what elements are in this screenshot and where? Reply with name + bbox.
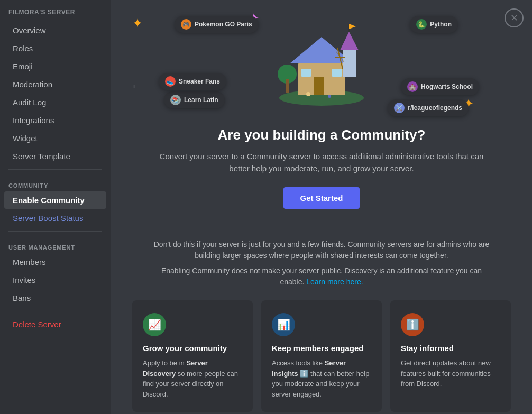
sidebar-item-label-enable-community: Enable Community — [13, 196, 85, 205]
content-area: Are you building a Community? Convert yo… — [111, 127, 532, 414]
sidebar-item-label-roles: Roles — [13, 44, 33, 53]
svg-point-15 — [306, 92, 310, 96]
sidebar-item-label-audit-log: Audit Log — [13, 98, 46, 107]
svg-rect-4 — [301, 69, 311, 77]
sidebar-item-bans[interactable]: Bans — [4, 289, 106, 307]
sidebar-item-label-overview: Overview — [13, 26, 46, 35]
svg-marker-7 — [340, 32, 359, 50]
badge-icon-sneaker-fans: 👟 — [165, 76, 176, 87]
user-management-section-label: USER MANAGEMENT — [0, 236, 111, 253]
feature-card-stay-informed: ℹ️ Stay informed Get direct updates abou… — [390, 300, 511, 412]
sidebar-item-enable-community[interactable]: Enable Community — [4, 191, 106, 209]
feature-card-desc-grow: Apply to be in Server Discovery so more … — [143, 358, 242, 399]
main-content: ✕ ESC ✦ ✦ ✦ 🎮 Pokemon GO Paris 🐍 Python — [111, 0, 532, 414]
feature-card-keep-engaged: 📊 Keep members engaged Access tools like… — [261, 300, 382, 412]
sidebar-item-label-members: Members — [13, 257, 46, 266]
get-started-button[interactable]: Get Started — [283, 187, 360, 209]
community-subtext: Convert your server to a Community serve… — [152, 151, 491, 174]
feature-icon-engaged: 📊 — [272, 313, 295, 336]
sidebar: FILMORA'S SERVER Overview Roles Emoji Mo… — [0, 0, 111, 414]
badge-icon-league: ⚔️ — [394, 103, 405, 113]
learn-more-link[interactable]: Learn more here. — [306, 278, 363, 286]
feature-icon-grow: 📈 — [143, 313, 166, 336]
badge-label-league: r/leagueoflegends — [408, 104, 462, 112]
sidebar-item-server-boost-status[interactable]: Server Boost Status — [4, 209, 106, 227]
sidebar-item-label-invites: Invites — [13, 275, 35, 284]
sidebar-item-label-moderation: Moderation — [13, 80, 52, 89]
server-name: FILMORA'S SERVER — [0, 8, 111, 21]
badge-icon-learn-latin: 📚 — [170, 95, 181, 105]
feature-icon-informed: ℹ️ — [401, 313, 424, 336]
sidebar-item-moderation[interactable]: Moderation — [4, 76, 106, 93]
sidebar-item-label-bans: Bans — [13, 293, 31, 302]
badge-label-sneaker-fans: Sneaker Fans — [179, 78, 220, 85]
star-decoration-1: ✦ — [132, 16, 143, 31]
community-section-label: COMMUNITY — [0, 174, 111, 191]
feature-card-title-grow: Grow your community — [143, 344, 242, 353]
floating-badge-league: ⚔️ r/leagueoflegends — [388, 99, 469, 116]
floating-badge-python: 🐍 Python — [410, 16, 458, 33]
feature-card-grow-community: 📈 Grow your community Apply to be in Ser… — [132, 300, 253, 412]
badge-icon-pokemon: 🎮 — [181, 19, 191, 30]
svg-rect-6 — [343, 50, 356, 77]
svg-rect-11 — [286, 79, 289, 93]
sidebar-item-label-widget: Widget — [13, 134, 38, 143]
feature-card-title-informed: Stay informed — [401, 344, 500, 353]
sidebar-item-overview[interactable]: Overview — [4, 22, 106, 39]
content-divider — [132, 226, 511, 226]
badge-icon-python: 🐍 — [416, 19, 427, 30]
feature-card-desc-informed: Get direct updates about new features bu… — [401, 358, 500, 389]
sidebar-item-invites[interactable]: Invites — [4, 271, 106, 289]
svg-rect-5 — [332, 69, 342, 77]
sidebar-item-members[interactable]: Members — [4, 253, 106, 271]
sidebar-item-integrations[interactable]: Integrations — [4, 112, 106, 129]
badge-label-hogwarts: Hogwarts School — [421, 83, 473, 90]
floating-badge-sneaker-fans: 👟 Sneaker Fans — [159, 73, 226, 90]
badge-label-python: Python — [430, 21, 452, 28]
dots-decoration: ⠿ — [132, 85, 135, 90]
sidebar-item-delete-server[interactable]: Delete Server — [4, 316, 106, 333]
svg-marker-9 — [349, 24, 356, 29]
feature-cards-container: 📈 Grow your community Apply to be in Ser… — [132, 300, 511, 412]
sidebar-item-widget[interactable]: Widget — [4, 130, 106, 147]
sidebar-divider-user-management — [8, 231, 102, 232]
floating-badge-pokemon: 🎮 Pokemon GO Paris — [175, 16, 259, 33]
sidebar-item-label-emoji: Emoji — [13, 62, 33, 71]
svg-point-16 — [328, 95, 331, 98]
sidebar-item-roles[interactable]: Roles — [4, 40, 106, 57]
badge-label-learn-latin: Learn Latin — [184, 96, 218, 104]
feature-card-desc-engaged: Access tools like Server Insights ℹ️ tha… — [272, 358, 371, 399]
svg-rect-3 — [314, 77, 324, 95]
sidebar-item-audit-log[interactable]: Audit Log — [4, 94, 106, 111]
badge-icon-hogwarts: 🏰 — [407, 81, 418, 92]
info-text-2: Enabling Community does not make your se… — [152, 265, 491, 288]
house-illustration — [269, 21, 374, 106]
sidebar-item-emoji[interactable]: Emoji — [4, 58, 106, 75]
sidebar-item-label-integrations: Integrations — [13, 116, 54, 125]
sidebar-divider-bottom — [8, 311, 102, 311]
info-text-1: Don't do this if your server is just for… — [152, 239, 491, 261]
sidebar-item-label-server-boost-status: Server Boost Status — [13, 214, 83, 223]
close-button[interactable]: ✕ — [505, 8, 524, 27]
hero-area: ✦ ✦ ✦ 🎮 Pokemon GO Paris 🐍 Python — [111, 0, 532, 127]
feature-card-title-engaged: Keep members engaged — [272, 344, 371, 353]
floating-badge-learn-latin: 📚 Learn Latin — [164, 91, 225, 108]
badge-label-pokemon: Pokemon GO Paris — [195, 21, 252, 28]
sidebar-divider-community — [8, 169, 102, 170]
sidebar-item-server-template[interactable]: Server Template — [4, 148, 106, 165]
community-heading: Are you building a Community? — [132, 127, 511, 143]
sidebar-item-label-server-template: Server Template — [13, 152, 70, 161]
floating-badge-hogwarts: 🏰 Hogwarts School — [401, 78, 479, 95]
sidebar-item-label-delete-server: Delete Server — [13, 320, 61, 329]
